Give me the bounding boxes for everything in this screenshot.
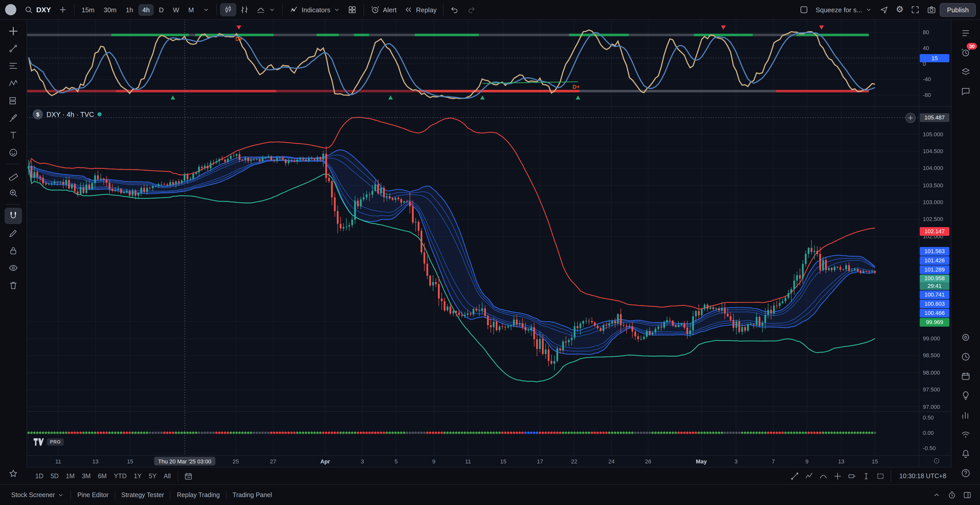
time-axis[interactable]: 1113152527Apr359111517222426May3791315Th…: [27, 456, 951, 467]
pro-badge: PRO: [47, 438, 64, 446]
replay-trading-tab[interactable]: Replay Trading: [172, 489, 225, 501]
mini-trend-tool[interactable]: [788, 470, 802, 483]
pane-separator[interactable]: [27, 106, 951, 106]
mini-curve-tool[interactable]: [816, 470, 830, 483]
object-tree-button[interactable]: [956, 329, 975, 346]
strategy-tester-tab[interactable]: Strategy Tester: [116, 489, 169, 501]
brush-tool[interactable]: [5, 110, 22, 126]
timeframe-30m[interactable]: 30m: [100, 4, 121, 16]
range-6m[interactable]: 6M: [94, 470, 110, 482]
time-tick: May: [696, 458, 707, 464]
undo-button[interactable]: [447, 3, 463, 16]
history-button[interactable]: [956, 348, 975, 365]
snapshot-button[interactable]: [924, 3, 940, 16]
alert-button[interactable]: Alert: [367, 3, 400, 16]
public-charts-button[interactable]: [956, 406, 975, 424]
axis-tick: 103.000: [923, 199, 943, 206]
range-1m[interactable]: 1M: [62, 470, 78, 482]
range-ytd[interactable]: YTD: [110, 470, 130, 482]
user-avatar[interactable]: [5, 4, 16, 15]
price-axis[interactable]: 80400-40-80105.000104.500104.000103.5001…: [919, 19, 951, 455]
replay-button[interactable]: Replay: [400, 3, 440, 16]
timeframe-menu-button[interactable]: [199, 4, 213, 15]
restore-panel-button[interactable]: [930, 488, 943, 502]
indicators-button[interactable]: Indicators: [286, 3, 344, 16]
layout-select-button[interactable]: [796, 3, 812, 16]
streams-button[interactable]: [956, 426, 975, 443]
chart-style-bars-button[interactable]: [236, 3, 253, 16]
favorites-tool[interactable]: [5, 465, 22, 482]
timeframe-1h[interactable]: 1h: [122, 4, 137, 16]
help-button[interactable]: [956, 464, 975, 482]
stock-screener-tab[interactable]: Stock Screener: [6, 489, 70, 501]
axis-settings-icon[interactable]: [933, 457, 940, 464]
compare-add-button[interactable]: [55, 3, 71, 16]
timeframe-1m[interactable]: M: [184, 4, 198, 16]
range-5d[interactable]: 5D: [47, 470, 62, 482]
settings-button[interactable]: ⚙: [892, 3, 907, 16]
main-symbol-legend[interactable]: $ DXY · 4h · TVC: [33, 109, 102, 119]
fib-retracement-tool[interactable]: [5, 58, 22, 74]
calendar-button[interactable]: [956, 367, 975, 385]
remove-drawings-tool[interactable]: [5, 277, 22, 294]
indicators-label: Indicators: [302, 6, 331, 14]
timer-button[interactable]: [945, 488, 959, 502]
data-window-button[interactable]: [956, 63, 975, 81]
timeframe-1d[interactable]: D: [155, 4, 168, 16]
lock-drawings-tool[interactable]: [5, 242, 22, 259]
hide-drawings-tool[interactable]: [5, 260, 22, 276]
layout-name-dropdown[interactable]: Squeeze for s...: [812, 4, 876, 16]
time-tick: 27: [270, 458, 277, 464]
ideas-button[interactable]: [956, 387, 975, 404]
crosshair-mini-icon: [833, 472, 842, 481]
line-type-button[interactable]: [253, 3, 279, 16]
mini-crosshair-tool[interactable]: [830, 470, 845, 483]
star-icon: [8, 468, 18, 479]
publish-button[interactable]: Publish: [940, 3, 976, 17]
range-1d[interactable]: 1D: [32, 470, 47, 482]
fullscreen-button[interactable]: [907, 3, 924, 16]
chart-style-candles-button[interactable]: [220, 3, 236, 16]
quick-share-button[interactable]: [876, 3, 892, 16]
price-level-label: 102.147: [920, 227, 950, 236]
axis-tick: -0.50: [923, 445, 935, 451]
trend-line-tool[interactable]: [5, 40, 22, 57]
tradingview-logo[interactable]: PRO: [33, 437, 64, 447]
trading-panel-tab[interactable]: Trading Panel: [228, 489, 277, 501]
timeframe-15m[interactable]: 15m: [78, 4, 99, 16]
clock-timezone[interactable]: 10:30:18 UTC+8: [899, 473, 946, 480]
measure-tool[interactable]: [5, 167, 22, 184]
drawing-mode-tool[interactable]: [5, 225, 22, 241]
chart-canvas[interactable]: D+D+: [27, 19, 919, 455]
market-status-icon[interactable]: [98, 112, 102, 116]
range-1y[interactable]: 1Y: [130, 470, 145, 482]
alerts-button[interactable]: 30: [956, 44, 975, 61]
panel-layout-button[interactable]: [961, 488, 974, 502]
position-tool[interactable]: [5, 92, 22, 109]
goto-date-button[interactable]: [181, 470, 195, 483]
bottom-toolbar: 1D 5D 1M 3M 6M YTD 1Y 5Y All 10:30:18 UT…: [27, 467, 951, 485]
timeframe-4h[interactable]: 4h: [138, 4, 154, 16]
cursor-tool[interactable]: [5, 23, 22, 39]
zoom-tool[interactable]: [5, 185, 22, 201]
watchlist-button[interactable]: [956, 24, 975, 42]
pine-editor-tab[interactable]: Pine Editor: [72, 489, 114, 501]
redo-button[interactable]: [463, 3, 479, 16]
symbol-search-button[interactable]: DXY: [21, 3, 55, 16]
chat-button[interactable]: [956, 83, 975, 100]
text-tool[interactable]: [5, 127, 22, 143]
mini-select-tool[interactable]: [873, 470, 888, 483]
mini-price-label-tool[interactable]: [845, 470, 859, 483]
mini-text-tool[interactable]: [859, 470, 873, 483]
indicator-templates-button[interactable]: [344, 3, 360, 16]
notifications-button[interactable]: [956, 445, 975, 462]
range-5y[interactable]: 5Y: [145, 470, 160, 482]
pattern-tool[interactable]: [5, 75, 22, 91]
timeframe-1w[interactable]: W: [169, 4, 183, 16]
range-all[interactable]: All: [160, 470, 174, 482]
emoji-tool[interactable]: [5, 145, 22, 161]
mini-polyline-tool[interactable]: [802, 470, 816, 483]
magnet-tool[interactable]: [5, 208, 22, 224]
pane-separator[interactable]: [27, 411, 951, 412]
range-3m[interactable]: 3M: [78, 470, 94, 482]
